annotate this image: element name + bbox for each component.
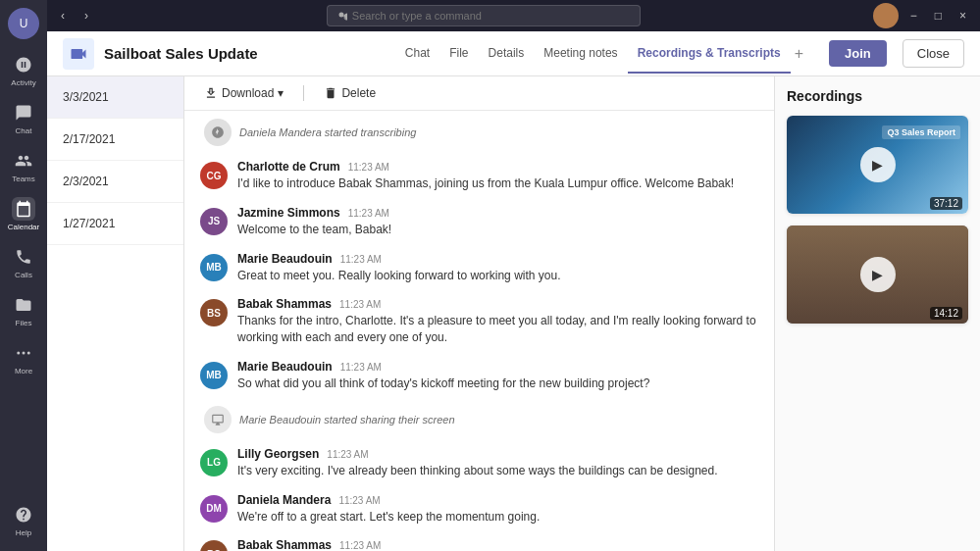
tab-details[interactable]: Details	[479, 34, 535, 74]
transcript-scroll[interactable]: Daniela Mandera started transcribing CG …	[184, 111, 774, 551]
transcript-entry-2: JS Jazmine Simmons 11:23 AM Welcome to t…	[200, 206, 758, 238]
sidebar-item-files[interactable]: Files	[0, 287, 47, 333]
chat-icon	[12, 101, 35, 125]
transcript-entry-4: BS Babak Shammas 11:23 AM Thanks for the…	[200, 297, 758, 346]
msg-name-8: Daniela Mandera	[237, 493, 331, 507]
avatar-9: BS	[200, 540, 228, 551]
msg-time-9: 11:23 AM	[339, 540, 381, 551]
msg-name-7: Lilly Georgsen	[237, 447, 319, 461]
sidebar-item-help[interactable]: Help	[12, 497, 35, 543]
play-button-0[interactable]: ▶	[860, 147, 896, 182]
session-item-3[interactable]: 1/27/2021	[47, 203, 183, 245]
recording-thumb-1: ▶ 14:12	[787, 225, 968, 324]
session-item-1[interactable]: 2/17/2021	[47, 119, 183, 161]
search-bar[interactable]	[327, 5, 641, 26]
tab-file[interactable]: File	[439, 34, 478, 74]
play-button-1[interactable]: ▶	[860, 257, 896, 292]
avatar-2: JS	[200, 208, 228, 235]
msg-name-4: Babak Shammas	[237, 297, 332, 311]
sidebar-label-activity: Activity	[11, 78, 35, 87]
system-icon-6	[204, 406, 232, 433]
user-avatar[interactable]: U	[8, 8, 39, 39]
sidebar-item-activity[interactable]: Activity	[0, 47, 47, 93]
files-icon	[12, 293, 35, 317]
msg-text-4: Thanks for the intro, Charlotte. It's a …	[237, 313, 758, 346]
avatar-3: MB	[200, 254, 228, 281]
msg-body-7: Lilly Georgsen 11:23 AM It's very exciti…	[237, 447, 758, 479]
avatar-4: BS	[200, 299, 228, 326]
msg-header-1: Charlotte de Crum 11:23 AM	[237, 160, 758, 174]
transcript-entry-5: MB Marie Beaudouin 11:23 AM So what did …	[200, 360, 758, 392]
user-avatar-titlebar[interactable]	[873, 3, 899, 28]
calendar-icon	[12, 197, 35, 221]
join-button[interactable]: Join	[829, 40, 887, 67]
transcript-system-6: Marie Beaudouin started sharing their sc…	[200, 406, 758, 433]
msg-name-9: Babak Shammas	[237, 538, 332, 551]
transcript-entry-3: MB Marie Beaudouin 11:23 AM Great to mee…	[200, 252, 758, 284]
maximize-button[interactable]: □	[929, 7, 948, 25]
download-label: Download	[222, 86, 274, 100]
delete-button[interactable]: Delete	[320, 84, 380, 102]
msg-body-5: Marie Beaudouin 11:23 AM So what did you…	[237, 360, 758, 392]
msg-text-1: I'd like to introduce Babak Shammas, joi…	[237, 175, 758, 192]
sidebar-label-files: Files	[16, 319, 32, 327]
search-input[interactable]	[352, 10, 632, 22]
window-close-button[interactable]: ×	[954, 7, 972, 25]
tab-meeting-notes[interactable]: Meeting notes	[534, 34, 627, 74]
system-text-6: Marie Beaudouin started sharing their sc…	[239, 414, 455, 426]
avatar-1: CG	[200, 162, 228, 189]
msg-body-3: Marie Beaudouin 11:23 AM Great to meet y…	[237, 252, 758, 284]
transcript-area: Download ▾ Delete Daniela Mandera starte…	[184, 76, 774, 551]
msg-name-1: Charlotte de Crum	[237, 160, 340, 174]
tab-chat[interactable]: Chat	[395, 34, 439, 74]
sidebar-item-chat[interactable]: Chat	[0, 95, 47, 141]
rec-duration-1: 14:12	[930, 307, 962, 320]
sidebar-label-calendar: Calendar	[8, 223, 39, 231]
avatar-8: DM	[200, 495, 228, 523]
sidebar-label-teams: Teams	[12, 175, 35, 183]
sidebar-item-more[interactable]: More	[0, 335, 47, 381]
nav-forward-button[interactable]: ›	[78, 7, 94, 25]
sidebar-bottom: Help	[12, 497, 35, 543]
session-item-0[interactable]: 3/3/2021	[47, 76, 183, 119]
msg-time-8: 11:23 AM	[338, 495, 380, 506]
tab-add-button[interactable]: +	[791, 45, 807, 63]
msg-name-5: Marie Beaudouin	[237, 360, 333, 374]
session-item-2[interactable]: 2/3/2021	[47, 161, 183, 203]
recordings-title: Recordings	[787, 88, 968, 104]
msg-text-8: We're off to a great start. Let's keep t…	[237, 509, 758, 526]
nav-back-button[interactable]: ‹	[55, 7, 71, 25]
transcript-toolbar: Download ▾ Delete	[184, 76, 774, 111]
msg-body-2: Jazmine Simmons 11:23 AM Welcome to the …	[237, 206, 758, 238]
main-content: ‹ › − □ × Sailboat Sales Update Chat Fil…	[47, 0, 980, 551]
sidebar-item-calls[interactable]: Calls	[0, 239, 47, 285]
download-button[interactable]: Download ▾	[200, 84, 287, 102]
sidebar-item-calendar[interactable]: Calendar	[0, 191, 47, 237]
download-caret: ▾	[278, 86, 284, 100]
sessions-panel: 3/3/2021 2/17/2021 2/3/2021 1/27/2021	[47, 76, 184, 551]
msg-header-5: Marie Beaudouin 11:23 AM	[237, 360, 758, 374]
msg-text-5: So what did you all think of today's kic…	[237, 376, 758, 392]
msg-time-7: 11:23 AM	[327, 449, 368, 460]
sidebar-item-teams[interactable]: Teams	[0, 143, 47, 189]
recording-thumb-0: ▶ Q3 Sales Report 37:12	[787, 116, 968, 214]
toolbar-separator	[303, 85, 304, 101]
sidebar-label-help: Help	[16, 528, 31, 537]
msg-body-4: Babak Shammas 11:23 AM Thanks for the in…	[237, 297, 758, 346]
title-bar-right: − □ ×	[873, 3, 972, 28]
msg-body-9: Babak Shammas 11:23 AM Thanks for the in…	[237, 538, 758, 551]
msg-header-7: Lilly Georgsen 11:23 AM	[237, 447, 758, 461]
title-bar-left: ‹ ›	[55, 7, 94, 25]
transcript-entry-7: LG Lilly Georgsen 11:23 AM It's very exc…	[200, 447, 758, 479]
tab-recordings[interactable]: Recordings & Transcripts	[628, 34, 791, 74]
more-icon	[12, 341, 35, 365]
close-button[interactable]: Close	[903, 39, 964, 68]
msg-body-8: Daniela Mandera 11:23 AM We're off to a …	[237, 493, 758, 526]
msg-time-2: 11:23 AM	[348, 208, 389, 219]
recording-card-0[interactable]: ▶ Q3 Sales Report 37:12	[787, 116, 968, 214]
msg-text-7: It's very exciting. I've already been th…	[237, 463, 758, 479]
msg-time-3: 11:23 AM	[340, 254, 382, 265]
recording-card-1[interactable]: ▶ 14:12	[787, 225, 968, 324]
minimize-button[interactable]: −	[904, 7, 923, 25]
sidebar-label-more: More	[15, 367, 32, 376]
